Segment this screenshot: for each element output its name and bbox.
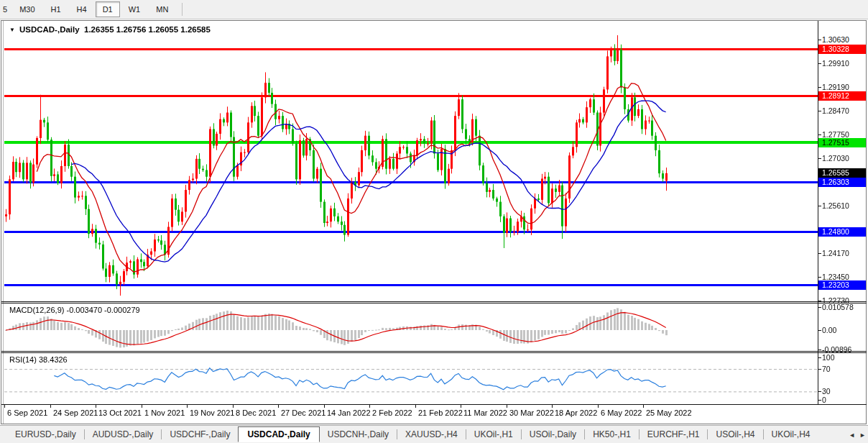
tab-usdcad-daily[interactable]: USDCAD-,Daily bbox=[238, 426, 319, 442]
price-tag: 1.30328 bbox=[818, 45, 866, 54]
axis-tick-mark bbox=[818, 134, 821, 135]
axis-tick-mark bbox=[818, 369, 821, 370]
macd-value-signal: -0.000279 bbox=[104, 306, 140, 314]
timeframe-w1[interactable]: W1 bbox=[121, 1, 148, 17]
time-tick-mark bbox=[142, 404, 142, 408]
price-tick-label: 1.30630 bbox=[822, 35, 849, 45]
chart-tab-bar: EURUSD-,DailyAUDUSD-,DailyUSDCHF-,DailyU… bbox=[0, 425, 868, 443]
axis-tick-mark bbox=[818, 206, 821, 206]
time-axis-label: 2 Feb 2022 bbox=[372, 408, 412, 417]
panel-separator bbox=[1, 352, 867, 353]
time-tick-mark bbox=[4, 404, 5, 408]
window-inner-edge bbox=[3, 21, 4, 424]
time-axis-border bbox=[1, 404, 867, 405]
axis-tick-mark bbox=[818, 277, 821, 278]
price-tick-label: 1.27030 bbox=[822, 154, 849, 163]
price-tag: 1.27515 bbox=[818, 138, 866, 147]
symbol-dropdown-icon[interactable]: ▼ bbox=[9, 27, 15, 33]
trading-terminal: 5M30H1H4D1W1MN ▼USDCAD-,Daily 1.26355 1.… bbox=[0, 0, 868, 443]
time-axis-label: 27 Dec 2021 bbox=[281, 408, 326, 417]
time-axis-label: 11 Mar 2022 bbox=[463, 408, 507, 417]
panel-separator[interactable] bbox=[1, 301, 867, 302]
price-tag: 1.28912 bbox=[818, 91, 866, 101]
panel-separator[interactable] bbox=[1, 351, 867, 352]
rsi-tick-label: 0 bbox=[822, 396, 826, 405]
timeframe-5[interactable]: 5 bbox=[1, 1, 11, 17]
chart-ohlc-values: 1.26355 1.26756 1.26055 1.26585 bbox=[84, 25, 211, 34]
axis-tick-mark bbox=[818, 158, 821, 159]
axis-tick-mark bbox=[818, 357, 821, 358]
price-tag: 1.24800 bbox=[818, 227, 866, 237]
price-tick-label: 1.24170 bbox=[822, 249, 849, 258]
time-axis-label: 30 Mar 2022 bbox=[509, 408, 554, 417]
price-tick-label: 1.28470 bbox=[822, 106, 849, 116]
axis-tick-mark bbox=[818, 330, 821, 331]
axis-tick-mark bbox=[818, 253, 821, 254]
tab-eurchf-h1[interactable]: EURCHF-,H1 bbox=[640, 427, 708, 442]
time-axis-label: 14 Jan 2022 bbox=[327, 408, 371, 417]
time-axis-label: 24 Sep 2021 bbox=[53, 408, 98, 417]
time-axis-label: 19 Nov 2021 bbox=[190, 408, 234, 417]
timeframe-toolbar: 5M30H1H4D1W1MN bbox=[0, 0, 868, 19]
rsi-canvas[interactable] bbox=[4, 353, 818, 403]
rsi-value: 38.4326 bbox=[39, 355, 68, 364]
tab-audusd-daily[interactable]: AUDUSD-,Daily bbox=[85, 427, 162, 442]
price-tag: 1.26303 bbox=[818, 178, 866, 187]
axis-tick-mark bbox=[818, 63, 821, 64]
panel-separator bbox=[1, 303, 867, 303]
time-tick-mark bbox=[415, 404, 416, 408]
tab-xauusd-h4[interactable]: XAUUSD-,H4 bbox=[397, 427, 466, 442]
timeframe-m30[interactable]: M30 bbox=[12, 1, 42, 17]
tab-ukoil-h4[interactable]: UKOil-,H4 bbox=[764, 427, 818, 442]
price-tag: 1.26585 bbox=[818, 168, 866, 178]
tab-scroll-right-icon[interactable]: ► bbox=[859, 431, 866, 439]
tab-usdchf-daily[interactable]: USDCHF-,Daily bbox=[162, 427, 238, 442]
axis-tick-mark bbox=[818, 391, 821, 392]
time-axis-label: 6 May 2022 bbox=[601, 408, 642, 417]
price-axis-border bbox=[818, 21, 818, 404]
price-tag: 1.23203 bbox=[818, 280, 866, 290]
tab-usoil-daily[interactable]: USOil-,Daily bbox=[522, 427, 584, 442]
rsi-header: RSI(14) 38.4326 bbox=[9, 355, 68, 364]
axis-tick-mark bbox=[818, 350, 821, 350]
macd-label: MACD(12,26,9) bbox=[9, 306, 64, 314]
timeframe-h1[interactable]: H1 bbox=[44, 1, 68, 17]
axis-tick-mark bbox=[818, 87, 821, 88]
tab-usoil-h4[interactable]: USOil-,H4 bbox=[708, 427, 762, 442]
macd-tick-label: 0.010578 bbox=[822, 303, 854, 312]
time-tick-mark bbox=[324, 404, 325, 408]
macd-value-main: -0.003470 bbox=[66, 306, 102, 314]
time-axis-label: 1 Nov 2021 bbox=[144, 408, 185, 417]
rsi-label: RSI(14) bbox=[9, 355, 37, 364]
tab-usdcnh-daily[interactable]: USDCNH-,Daily bbox=[320, 427, 397, 442]
chart-title: ▼USDCAD-,Daily 1.26355 1.26756 1.26055 1… bbox=[9, 25, 211, 34]
timeframe-d1[interactable]: D1 bbox=[96, 1, 120, 17]
macd-header: MACD(12,26,9) -0.003470 -0.000279 bbox=[9, 306, 140, 314]
price-chart-canvas[interactable] bbox=[4, 21, 818, 302]
tab-scroll-controls: ◄► bbox=[844, 426, 866, 443]
time-tick-mark bbox=[643, 404, 644, 408]
rsi-tick-label: 70 bbox=[822, 365, 831, 374]
tab-eurusd-daily[interactable]: EURUSD-,Daily bbox=[7, 427, 84, 442]
time-tick-mark bbox=[369, 404, 370, 408]
axis-tick-mark bbox=[818, 301, 821, 301]
price-tick-label: 1.29190 bbox=[822, 83, 849, 92]
timeframe-h4[interactable]: H4 bbox=[70, 1, 94, 17]
tab-ukoil-h1[interactable]: UKOil-,H1 bbox=[466, 427, 521, 442]
rsi-tick-label: 100 bbox=[822, 353, 835, 362]
toolbar-separator bbox=[182, 3, 183, 16]
price-tick-label: 1.25610 bbox=[822, 201, 849, 211]
time-tick-mark bbox=[96, 404, 96, 408]
axis-tick-mark bbox=[818, 40, 821, 40]
chart-symbol-label: USDCAD-,Daily bbox=[19, 25, 80, 34]
tab-hk50-h1[interactable]: HK50-,H1 bbox=[585, 427, 639, 442]
axis-tick-mark bbox=[818, 111, 821, 111]
time-tick-mark bbox=[552, 404, 553, 408]
price-tick-label: 1.29910 bbox=[822, 59, 849, 68]
timeframe-mn[interactable]: MN bbox=[149, 1, 175, 17]
time-axis-label: 18 Apr 2022 bbox=[555, 408, 597, 417]
time-tick-mark bbox=[278, 404, 279, 408]
time-tick-mark bbox=[507, 404, 507, 408]
tab-scroll-left-icon[interactable]: ◄ bbox=[849, 431, 855, 439]
axis-tick-mark bbox=[818, 400, 821, 401]
